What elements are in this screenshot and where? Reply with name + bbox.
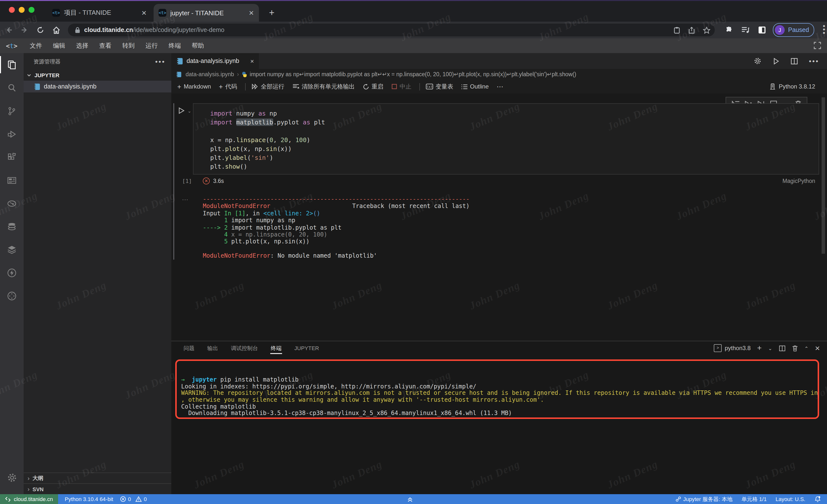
- url-text[interactable]: cloud.titanide.cn/ide/web/coding/jupyter…: [84, 26, 671, 34]
- split-terminal-icon[interactable]: [779, 345, 785, 351]
- panel-tab-output[interactable]: 输出: [207, 341, 218, 355]
- outline-button[interactable]: Outline: [461, 83, 489, 90]
- notebook-settings-gear-icon[interactable]: [754, 57, 762, 65]
- home-icon[interactable]: [49, 23, 63, 37]
- menu-edit[interactable]: 编辑: [48, 40, 70, 52]
- extensions-puzzle-icon[interactable]: [722, 23, 735, 37]
- activitybar-explorer[interactable]: [0, 53, 23, 76]
- editor-tab-notebook[interactable]: data-analysis.ipynb ×: [171, 53, 259, 69]
- file-item-notebook[interactable]: data-analysis.ipynb: [23, 80, 171, 93]
- activitybar-power[interactable]: [0, 261, 23, 284]
- menu-file[interactable]: 文件: [25, 40, 48, 52]
- menu-terminal[interactable]: 终端: [163, 40, 186, 52]
- panel-tab-jupyter[interactable]: JUPYTER: [294, 342, 320, 354]
- code-cell[interactable]: import numpy as npimport matplotlib.pypl…: [193, 103, 819, 175]
- run-cell-button[interactable]: [178, 107, 185, 115]
- bookmark-star-icon[interactable]: [700, 23, 713, 37]
- activitybar-database[interactable]: [0, 215, 23, 238]
- browser-tab-jupyter[interactable]: <t> jupyter - TITANIDE ✕: [154, 4, 259, 22]
- terminal-dropdown-icon[interactable]: ⌄: [768, 345, 772, 351]
- cell-code-editor[interactable]: import numpy as npimport matplotlib.pypl…: [193, 104, 819, 171]
- clipboard-icon[interactable]: [671, 23, 683, 37]
- clear-outputs-button[interactable]: 清除所有单元格输出: [292, 82, 355, 91]
- url-bar[interactable]: cloud.titanide.cn/ide/web/coding/jupyter…: [68, 23, 715, 37]
- close-tab-icon[interactable]: ✕: [249, 9, 254, 16]
- run-notebook-icon[interactable]: [773, 57, 780, 65]
- panel-tab-debug-console[interactable]: 调试控制台: [230, 341, 258, 355]
- keyboard-layout-status[interactable]: Layout: U.S.: [776, 496, 805, 502]
- sidebar-section-svn[interactable]: ›SVN: [23, 483, 171, 494]
- breadcrumb-cell-preview[interactable]: import numpy as np↵import matplotlib.pyp…: [250, 71, 576, 78]
- add-code-button[interactable]: +代码: [219, 82, 237, 91]
- explorer-section-jupyter[interactable]: JUPYTER: [23, 70, 171, 80]
- back-icon[interactable]: [2, 23, 16, 37]
- notifications-bell-icon[interactable]: [814, 496, 821, 503]
- menu-view[interactable]: 查看: [94, 40, 117, 52]
- close-panel-icon[interactable]: ✕: [815, 344, 820, 352]
- forward-icon[interactable]: [18, 23, 32, 37]
- cell-position-status[interactable]: 单元格 1/1: [741, 495, 767, 503]
- activity-bar: [0, 53, 23, 494]
- run-all-button[interactable]: 全部运行: [251, 82, 284, 91]
- output-collapse-indicator[interactable]: ...: [182, 195, 189, 202]
- kernel-picker[interactable]: Python 3.8.12: [769, 83, 827, 90]
- breadcrumb-file[interactable]: data-analysis.ipynb: [186, 71, 234, 77]
- notebook-content: ⌄ ••• import numpy as npimport: [171, 94, 827, 341]
- minimize-window-button[interactable]: [19, 7, 25, 13]
- expand-panel-chevrons-icon[interactable]: [406, 494, 414, 504]
- zoom-window-button[interactable]: [29, 7, 35, 13]
- activitybar-editor-layout[interactable]: [0, 169, 23, 192]
- new-terminal-icon[interactable]: +: [757, 344, 762, 352]
- kill-terminal-trash-icon[interactable]: [792, 345, 798, 351]
- breadcrumb[interactable]: data-analysis.ipynb › import numpy as np…: [171, 69, 827, 80]
- close-editor-tab-icon[interactable]: ×: [250, 57, 254, 65]
- menu-help[interactable]: 帮助: [186, 40, 209, 52]
- add-markdown-button[interactable]: +Markdown: [177, 82, 211, 91]
- activitybar-settings[interactable]: [0, 466, 23, 489]
- activitybar-extensions[interactable]: [0, 146, 23, 169]
- activitybar-source-control[interactable]: [0, 99, 23, 122]
- explorer-more-icon[interactable]: •••: [155, 58, 165, 65]
- editor-scrollbar[interactable]: [822, 97, 825, 254]
- editor-more-actions-icon[interactable]: •••: [809, 57, 819, 65]
- activitybar-remote[interactable]: [0, 284, 23, 307]
- share-icon[interactable]: [685, 23, 698, 37]
- panel-tab-terminal[interactable]: 终端: [270, 341, 282, 355]
- side-panel-icon[interactable]: [755, 23, 769, 37]
- interrupt-button[interactable]: 中止: [391, 82, 411, 91]
- panel-tab-problems[interactable]: 问题: [183, 341, 195, 355]
- media-playlist-icon[interactable]: [738, 23, 752, 37]
- terminal-instance[interactable]: > python3.8: [714, 344, 751, 352]
- close-window-button[interactable]: [9, 7, 15, 13]
- activitybar-layers[interactable]: [0, 238, 23, 261]
- activitybar-timeline[interactable]: [0, 192, 23, 215]
- new-tab-button[interactable]: +: [266, 7, 278, 19]
- menu-run[interactable]: 运行: [140, 40, 163, 52]
- reload-icon[interactable]: [34, 23, 47, 37]
- close-tab-icon[interactable]: ✕: [141, 9, 147, 16]
- run-cell-dropdown-icon[interactable]: ⌄: [188, 109, 191, 114]
- toolbar-more-button[interactable]: ⋯: [497, 82, 504, 91]
- menu-selection[interactable]: 选择: [70, 40, 94, 52]
- split-editor-icon[interactable]: [791, 57, 798, 65]
- browser-menu-icon[interactable]: •••: [817, 23, 827, 37]
- python-interpreter-status[interactable]: Python 3.10.4 64-bit: [65, 496, 113, 502]
- window-controls[interactable]: [9, 7, 35, 13]
- browser-tab-project[interactable]: <t> 项目 - TITANIDE ✕: [47, 4, 152, 22]
- sidebar-section-outline[interactable]: ›大纲: [23, 472, 171, 483]
- profile-button[interactable]: J Paused: [773, 23, 815, 37]
- fullscreen-icon[interactable]: [814, 42, 821, 49]
- terminal-output[interactable]: → jupyter pip install matplotlibLooking …: [181, 377, 813, 417]
- remote-indicator[interactable]: cloud.titanide.cn: [0, 494, 58, 504]
- maximize-panel-icon[interactable]: ⌄: [804, 345, 808, 351]
- activitybar-search[interactable]: [0, 76, 23, 99]
- problems-status[interactable]: 0 0: [120, 496, 147, 502]
- menu-goto[interactable]: 转到: [117, 40, 140, 52]
- restart-kernel-button[interactable]: 重启: [362, 82, 383, 91]
- variables-button[interactable]: (x)变量表: [426, 82, 453, 91]
- execution-count: [1]: [182, 178, 192, 184]
- jupyter-server-status[interactable]: Jupyter 服务器: 本地: [675, 495, 733, 503]
- browser-toolbar: cloud.titanide.cn/ide/web/coding/jupyter…: [0, 22, 827, 38]
- cell-language-mode[interactable]: MagicPython: [782, 178, 815, 184]
- activitybar-run-debug[interactable]: [0, 122, 23, 146]
